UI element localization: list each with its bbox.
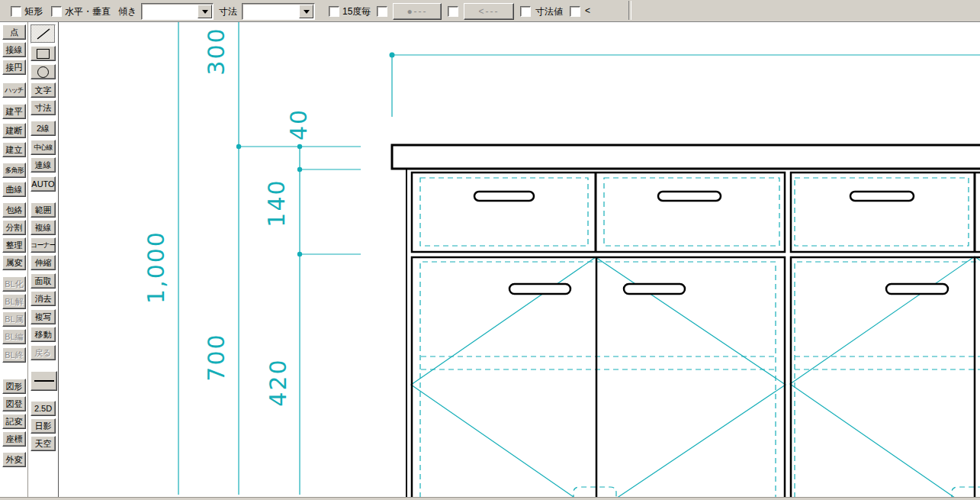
rect-checkbox-label: 矩形 (24, 5, 43, 18)
tool-corner[interactable]: コーナー (31, 237, 56, 253)
arrow-style-button: <--- (464, 3, 514, 20)
tool-hani[interactable]: 範囲 (31, 202, 56, 218)
dimension-value-label: 寸法値 (535, 5, 563, 18)
tool-25d[interactable]: 2.5D (31, 401, 56, 416)
tool-tenku[interactable]: 天空 (31, 436, 56, 451)
dimension-label-1000: 1,000 (143, 231, 169, 304)
drawer-unit-a (412, 173, 785, 252)
tool-blzoku: BL属 (2, 311, 26, 327)
dimension-endpoint-dots (236, 53, 395, 257)
tool-moji[interactable]: 文字 (31, 82, 56, 98)
tool-kenritsu[interactable]: 建立 (2, 142, 26, 157)
dimension-label: 寸法 (219, 5, 237, 18)
horizontal-vertical-label: 水平・垂直 (65, 5, 111, 18)
tool-rect-button[interactable] (31, 46, 56, 61)
tool-blshu: BL終 (2, 347, 26, 363)
toolbar-separator (628, 1, 631, 20)
linetype-solid-icon (34, 380, 54, 382)
dimension-label-40: 40 (285, 108, 312, 140)
tool-nisen[interactable]: 2線 (31, 121, 56, 136)
tool-setsuen[interactable]: 接円 (2, 60, 26, 75)
tool-zuto[interactable]: 図登 (2, 396, 26, 411)
dimension-label-700: 700 (203, 333, 230, 381)
drawer-unit-b (791, 173, 980, 252)
tool-kendan[interactable]: 建断 (2, 123, 26, 138)
horizontal-vertical-checkbox[interactable] (51, 6, 62, 17)
tool-chushinsen[interactable]: 中心線 (31, 140, 56, 155)
tool-kenpei[interactable]: 建平 (2, 104, 26, 119)
line-tool-icon (35, 27, 52, 40)
tool-ido[interactable]: 移動 (31, 327, 56, 342)
tool-circle-button[interactable] (31, 64, 56, 79)
chevron-down-icon (202, 10, 208, 17)
dimension-label-140: 140 (263, 179, 290, 227)
tool-takakkei[interactable]: 多角形 (2, 163, 26, 178)
dot-style-checkbox[interactable] (377, 6, 387, 17)
rect-tool-icon (37, 49, 50, 59)
cabinet-handles (474, 192, 948, 294)
tool-zahyo[interactable]: 座標 (2, 431, 26, 447)
tool-fukusha[interactable]: 複写 (31, 309, 56, 324)
rect-checkbox[interactable] (11, 6, 21, 17)
dimension-labels: 300 40 140 1,000 700 420 (143, 27, 312, 406)
tool-kihen[interactable]: 記変 (2, 414, 26, 429)
tool-sidebar: 点 接線 接円 ハッチ 建平 建断 建立 多角形 曲線 包絡 分割 整理 属変 … (0, 21, 59, 497)
door-catch-symbol (574, 487, 616, 497)
dimension-dropdown-button[interactable] (299, 5, 313, 18)
tool-mentori[interactable]: 面取 (31, 273, 56, 289)
cad-drawing: 300 40 140 1,000 700 420 (59, 21, 980, 497)
slope-label: 傾き (118, 5, 137, 18)
tool-hikage[interactable]: 日影 (31, 418, 56, 434)
tool-blkai: BL解 (2, 294, 26, 309)
tool-blhen: BL編 (2, 329, 26, 344)
circle-tool-icon (37, 66, 49, 78)
door-unit-a (412, 257, 785, 497)
deg15-label: 15度毎 (342, 5, 371, 18)
tool-horaku[interactable]: 包絡 (2, 202, 26, 218)
tool-shokyo[interactable]: 消去 (31, 291, 56, 306)
door-catch-symbol (952, 487, 980, 497)
tool-shinshuku[interactable]: 伸縮 (31, 255, 56, 270)
top-toolbar: 矩形 水平・垂直 傾き 寸法 15度毎 ●--- <--- 寸法値 < (0, 0, 980, 22)
tool-modoru: 戻る (31, 345, 56, 360)
dot-style-button: ●--- (393, 3, 442, 20)
tool-auto[interactable]: AUTO (31, 176, 56, 192)
tool-zokuhen[interactable]: 属変 (2, 255, 26, 270)
lt-checkbox[interactable] (570, 6, 580, 17)
lt-checkbox-label: < (585, 5, 590, 16)
tool-gaihen[interactable]: 外変 (2, 452, 26, 467)
tool-blka: BL化 (2, 276, 26, 292)
tool-rensen[interactable]: 連線 (31, 157, 56, 173)
tool-line-button[interactable] (31, 24, 56, 44)
sidebar-column-divider (27, 21, 28, 497)
tool-hatch[interactable]: ハッチ (2, 82, 26, 98)
tool-bunkatsu[interactable]: 分割 (2, 220, 26, 235)
tool-fukusen[interactable]: 複線 (31, 220, 56, 235)
tool-seiri[interactable]: 整理 (2, 237, 26, 253)
door-unit-b (791, 257, 980, 497)
slope-dropdown-button[interactable] (198, 5, 212, 18)
chevron-down-icon (304, 10, 310, 17)
arrow-style-checkbox[interactable] (448, 6, 458, 17)
tool-sunpo[interactable]: 寸法 (31, 100, 56, 115)
dimension-label-420: 420 (265, 358, 291, 406)
tool-kyokusen[interactable]: 曲線 (2, 182, 26, 197)
tool-zukei[interactable]: 図形 (2, 379, 26, 394)
tool-ten[interactable]: 点 (2, 24, 26, 40)
dimension-value-checkbox[interactable] (520, 6, 531, 17)
dimension-dropdown[interactable] (242, 3, 315, 20)
deg15-checkbox[interactable] (329, 6, 339, 17)
linetype-selector-button[interactable] (31, 371, 57, 391)
slope-dropdown[interactable] (141, 3, 214, 20)
status-bar (0, 497, 980, 500)
dimension-label-300: 300 (203, 27, 230, 75)
drawing-canvas[interactable]: 300 40 140 1,000 700 420 (59, 21, 980, 497)
countertop (392, 145, 980, 169)
tool-sessen[interactable]: 接線 (2, 42, 26, 57)
